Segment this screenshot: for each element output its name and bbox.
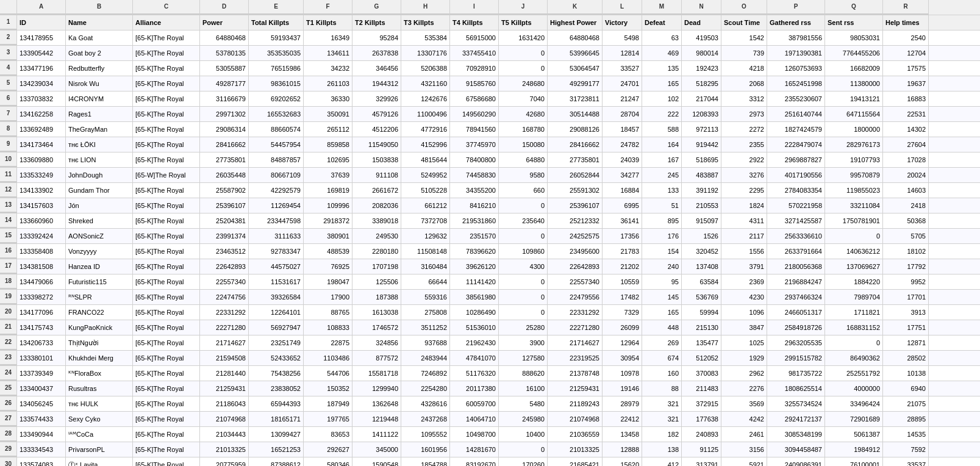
cell-t1-killpts: 488539 (304, 244, 352, 259)
cell-alliance: [65-K]The Royal (133, 366, 200, 381)
cell-t2-killpts: 324856 (352, 335, 401, 350)
cell-highest-power: 21714627 (548, 335, 603, 350)
cell-highest-power: 26052844 (548, 168, 603, 182)
cell-highest-power: 25396107 (548, 198, 603, 213)
cell-t5-killpts: 7040 (499, 91, 548, 106)
cell-id: 133477196 (17, 61, 66, 76)
cell-t1-killpts: 17900 (304, 290, 352, 304)
cell-total-killpts: 23838052 (249, 381, 304, 396)
cell-defeat: 167 (642, 152, 682, 167)
cell-t5-killpts: 235640 (499, 213, 548, 228)
cell-help-times: 2418 (883, 198, 929, 213)
cell-t5-killpts: 4300 (499, 259, 548, 274)
cell-gathered-rss: 2969887827 (767, 152, 825, 167)
cell-help-times: 17701 (883, 290, 929, 304)
cell-sent-rss: 252551792 (825, 366, 883, 381)
cell-gathered-rss: 2584918726 (767, 320, 825, 335)
cell-t2-killpts: 1219448 (352, 412, 401, 426)
cell-t1-killpts: 109996 (304, 198, 352, 213)
cell-power: 22557340 (200, 274, 249, 289)
cell-t5-killpts: 888620 (499, 366, 548, 381)
cell-power: 49287177 (200, 76, 249, 91)
cell-sent-rss: 140636212 (825, 244, 883, 259)
cell-gathered-rss: 2409086391 (767, 457, 825, 466)
cell-total-killpts: 54457954 (249, 137, 304, 152)
cell-t5-killpts: 0 (499, 61, 548, 76)
cell-id: 133490944 (17, 427, 66, 442)
table-row: 27133574433Sexy Cyko[65-K]The Royal21074… (0, 412, 980, 427)
cell-t4-killpts: 39626120 (450, 259, 499, 274)
cell-highest-power: 22331292 (548, 305, 603, 320)
cell-t3-killpts: 5105228 (401, 183, 450, 198)
cell-t4-killpts: 78396620 (450, 244, 499, 259)
header-total-killpts: Total Killpts (249, 15, 304, 30)
row-number: 10 (0, 152, 17, 167)
cell-defeat: 95 (642, 274, 682, 289)
cell-power: 29971302 (200, 107, 249, 121)
cell-power: 21259431 (200, 381, 249, 396)
cell-sent-rss: 168831152 (825, 320, 883, 335)
cell-help-times: 33537 (883, 457, 929, 466)
cell-sent-rss: 99570879 (825, 168, 883, 182)
cell-t3-killpts: 2254280 (401, 381, 450, 396)
row-number: 28 (0, 427, 17, 442)
cell-name: Rages1 (66, 107, 133, 121)
cell-highest-power: 27735801 (548, 152, 603, 167)
cell-scout-time: 3569 (721, 396, 767, 411)
cell-name: тнє ŁÖKI (66, 137, 133, 152)
cell-t5-killpts: 109860 (499, 244, 548, 259)
cell-scout-time: 739 (721, 46, 767, 60)
cell-power: 25587902 (200, 183, 249, 198)
cell-t1-killpts: 187949 (304, 396, 352, 411)
table-row: 17134381508Hanzea ID[65-K]The Royal22642… (0, 259, 980, 274)
cell-t1-killpts: 83653 (304, 427, 352, 442)
cell-t4-killpts: 20117380 (450, 381, 499, 396)
cell-t4-killpts: 60059700 (450, 396, 499, 411)
cell-t2-killpts: 1613038 (352, 305, 401, 320)
cell-t1-killpts: 580346 (304, 457, 352, 466)
row-number: 21 (0, 320, 17, 335)
cell-id: 133692489 (17, 122, 66, 137)
cell-gathered-rss: 2563336610 (767, 229, 825, 243)
cell-alliance: [65-K]The Royal (133, 442, 200, 457)
cell-alliance: [65-K]The Royal (133, 183, 200, 198)
cell-t5-killpts: 10400 (499, 427, 548, 442)
cell-t2-killpts: 1411122 (352, 427, 401, 442)
cell-id: 134206733 (17, 335, 66, 350)
table-row: 4133477196Redbutterfly[65-K]The Royal530… (0, 61, 980, 76)
cell-scout-time: 1025 (721, 335, 767, 350)
table-row: 6133703832I4CRONYM[65-K]The Royal3116667… (0, 91, 980, 107)
cell-gathered-rss: 2937466324 (767, 290, 825, 304)
cell-t2-killpts: 1503838 (352, 152, 401, 167)
cell-name: Futuristic115 (66, 274, 133, 289)
header-dead: Dead (682, 15, 721, 30)
cell-t4-killpts: 10286490 (450, 305, 499, 320)
cell-dead: 59994 (682, 305, 721, 320)
table-row: 14133660960Shreked[65-K]The Royal2520438… (0, 213, 980, 229)
cell-gathered-rss: 4017190556 (767, 168, 825, 182)
row-number: 13 (0, 198, 17, 213)
cell-dead: 391192 (682, 183, 721, 198)
cell-alliance: [65-K]The Royal (133, 412, 200, 426)
row-num-header: 1 (0, 15, 17, 30)
cell-name: Sexy Cyko (66, 412, 133, 426)
cell-t3-killpts: 13307176 (401, 46, 450, 60)
cell-t1-killpts: 22875 (304, 335, 352, 350)
cell-t5-killpts: 0 (499, 46, 548, 60)
cell-total-killpts: 76515986 (249, 61, 304, 76)
cell-alliance: [65-W]The Royal (133, 168, 200, 182)
cell-gathered-rss: 2963205535 (767, 335, 825, 350)
cell-t5-killpts: 16100 (499, 381, 548, 396)
table-row: 9134173464тнє ŁÖKI[65-K]The Royal2841666… (0, 137, 980, 152)
cell-name: I4CRONYM (66, 91, 133, 106)
row-number: 24 (0, 366, 17, 381)
row-number: 4 (0, 61, 17, 76)
table-row: 15133392424AONSonicZ[65-K]The Royal23991… (0, 229, 980, 244)
cell-power: 21186043 (200, 396, 249, 411)
col-letter-j: J (499, 0, 548, 15)
cell-victory: 28704 (603, 107, 642, 121)
cell-t1-killpts: 859858 (304, 137, 352, 152)
cell-t3-killpts: 5249952 (401, 168, 450, 182)
col-letter-n: N (682, 0, 721, 15)
cell-scout-time: 4311 (721, 213, 767, 228)
